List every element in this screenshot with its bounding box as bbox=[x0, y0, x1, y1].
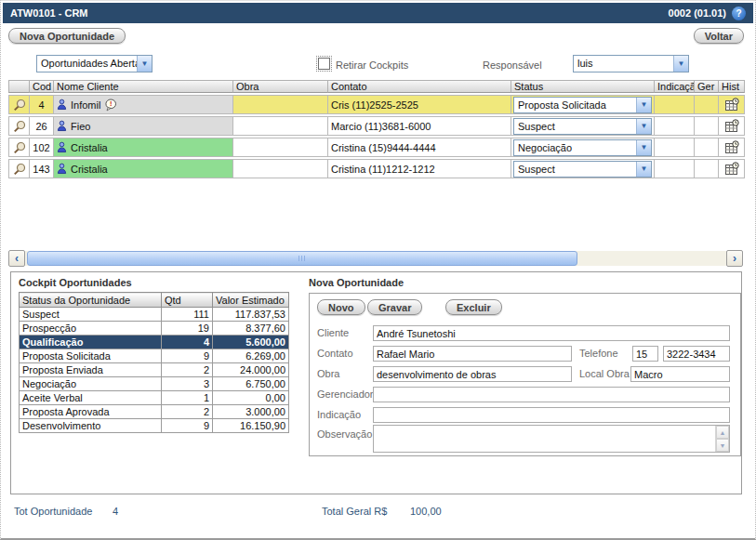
cockpit-row[interactable]: Proposta Aprovada23.000,00 bbox=[20, 405, 289, 419]
observacao-label: Observação bbox=[317, 428, 372, 440]
magnifier-icon[interactable] bbox=[12, 141, 26, 154]
excluir-button[interactable]: Excluir bbox=[445, 299, 502, 315]
scroll-left-icon[interactable]: ‹ bbox=[8, 250, 25, 267]
telefone-ddd-field[interactable] bbox=[632, 346, 658, 362]
cell-cod: 26 bbox=[30, 116, 54, 136]
table-row[interactable]: 102 Cristalia Cristina (15)9444-4444 Neg… bbox=[8, 138, 745, 157]
status-select[interactable]: Suspect ▼ bbox=[513, 161, 652, 178]
cockpit-table: Status da Oportunidade Qtd Valor Estimad… bbox=[19, 292, 289, 433]
table-row[interactable]: 143 Cristalia Cristina (11)1212-1212 Sus… bbox=[8, 159, 745, 178]
col-obra: Obra bbox=[233, 80, 328, 93]
cockpit-row[interactable]: Suspect111117.837,53 bbox=[20, 308, 289, 322]
status-value: Suspect bbox=[514, 162, 636, 177]
responsavel-value: luis bbox=[574, 56, 673, 72]
retirar-cockpits-label: Retirar Cockpits bbox=[336, 59, 408, 71]
history-icon[interactable] bbox=[722, 162, 741, 177]
magnifier-icon[interactable] bbox=[12, 99, 26, 112]
col-contato: Contato bbox=[328, 80, 511, 93]
table-row[interactable]: 4 Infomil ! Cris (11)2525-2525 Proposta … bbox=[8, 95, 745, 114]
magnifier-icon[interactable] bbox=[12, 163, 26, 176]
chevron-down-icon: ▼ bbox=[636, 162, 651, 177]
back-button[interactable]: Voltar bbox=[694, 28, 744, 44]
cell-cliente: Cristalia bbox=[71, 142, 108, 153]
cockpit-status: Proposta Enviada bbox=[20, 363, 162, 377]
history-icon[interactable] bbox=[722, 140, 741, 155]
cockpit-row[interactable]: Desenvolvimento916.150,90 bbox=[20, 419, 289, 433]
cockpit-row[interactable]: Proposta Solicitada96.269,00 bbox=[20, 349, 289, 363]
obra-field[interactable] bbox=[373, 366, 572, 382]
view-filter-select[interactable]: Oportunidades Abertas ▼ bbox=[36, 55, 153, 72]
cell-cliente: Fieo bbox=[71, 121, 90, 132]
cell-obra bbox=[233, 138, 328, 157]
telefone-numero-field[interactable] bbox=[663, 346, 730, 362]
col-nome-cliente: Nome Cliente bbox=[54, 80, 233, 93]
cell-contato: Cris (11)2525-2525 bbox=[328, 95, 511, 114]
magnifier-icon[interactable] bbox=[12, 120, 26, 133]
cell-indicacao bbox=[655, 116, 695, 136]
table-row[interactable]: 26 Fieo Marcio (11)3681-6000 Suspect ▼ bbox=[8, 116, 745, 136]
cockpit-row-selected[interactable]: Qualificação45.600,00 bbox=[20, 336, 289, 349]
indicacao-field[interactable] bbox=[373, 407, 730, 423]
gravar-button[interactable]: Gravar bbox=[367, 299, 422, 315]
observacao-field[interactable]: ▲ ▼ bbox=[373, 425, 730, 453]
novo-button[interactable]: Novo bbox=[317, 299, 365, 315]
cockpit-row[interactable]: Aceite Verbal10,00 bbox=[20, 391, 289, 405]
scroll-right-icon[interactable]: › bbox=[726, 250, 743, 267]
local-obra-field[interactable] bbox=[630, 366, 730, 382]
cockpit-qtd: 4 bbox=[162, 336, 213, 349]
chevron-down-icon: ▼ bbox=[673, 56, 688, 72]
new-opportunity-button[interactable]: Nova Oportunidade bbox=[8, 28, 126, 44]
tot-oportunidade-value: 4 bbox=[113, 506, 118, 517]
cell-contato: Cristina (15)9444-4444 bbox=[328, 138, 511, 157]
svg-text:!: ! bbox=[110, 99, 113, 108]
col-ger: Ger bbox=[695, 80, 719, 93]
alert-balloon-icon: ! bbox=[104, 99, 117, 112]
indicacao-label: Indicação bbox=[317, 409, 361, 420]
cockpit-status: Negociação bbox=[20, 377, 162, 391]
cockpit-qtd: 2 bbox=[162, 405, 213, 419]
status-select[interactable]: Suspect ▼ bbox=[513, 118, 652, 135]
status-value: Suspect bbox=[514, 119, 636, 134]
chevron-down-icon: ▼ bbox=[636, 140, 651, 155]
cell-indicacao bbox=[655, 138, 695, 157]
col-hist: Hist bbox=[719, 80, 745, 93]
responsavel-select[interactable]: luis ▼ bbox=[573, 55, 689, 72]
cockpit-row[interactable]: Proposta Enviada224.000,00 bbox=[20, 363, 289, 377]
cell-cod: 143 bbox=[30, 159, 54, 178]
cell-indicacao bbox=[655, 95, 695, 114]
cliente-field[interactable] bbox=[373, 325, 730, 341]
scroll-up-icon[interactable]: ▲ bbox=[716, 426, 729, 439]
telefone-label: Telefone bbox=[579, 348, 618, 359]
history-icon[interactable] bbox=[722, 98, 741, 112]
gerenciador-field[interactable] bbox=[373, 387, 730, 402]
cockpit-qtd: 111 bbox=[162, 308, 213, 322]
cockpit-row[interactable]: Negociação36.750,00 bbox=[20, 377, 289, 391]
cockpit-qtd: 3 bbox=[162, 377, 213, 391]
crm-window: ATW0101 - CRM 0002 (01.01) ? Nova Oportu… bbox=[0, 0, 756, 540]
cockpit-row[interactable]: Prospecção198.377,60 bbox=[20, 322, 289, 336]
history-icon[interactable] bbox=[722, 119, 741, 134]
cell-ger bbox=[695, 138, 719, 157]
chevron-down-icon: ▼ bbox=[137, 56, 152, 72]
scrollbar-thumb[interactable] bbox=[27, 251, 577, 266]
horizontal-scrollbar: ‹ › bbox=[8, 250, 743, 267]
help-icon[interactable]: ? bbox=[732, 7, 746, 20]
cell-indicacao bbox=[655, 159, 695, 178]
retirar-cockpits-checkbox[interactable] bbox=[318, 58, 330, 70]
cockpit-qtd: 9 bbox=[162, 419, 213, 433]
status-select[interactable]: Negociação ▼ bbox=[513, 139, 652, 156]
cockpit-valor: 3.000,00 bbox=[213, 405, 289, 419]
scroll-down-icon[interactable]: ▼ bbox=[716, 439, 729, 452]
cockpit-valor: 24.000,00 bbox=[213, 363, 289, 377]
client-person-icon bbox=[57, 163, 67, 175]
textarea-scrollbar: ▲ ▼ bbox=[715, 426, 729, 452]
client-person-icon bbox=[57, 141, 67, 153]
status-value: Proposta Solicitada bbox=[514, 98, 636, 112]
contato-field[interactable] bbox=[373, 346, 572, 362]
cockpit-qtd: 2 bbox=[162, 363, 213, 377]
cockpit-title: Cockpit Oportunidades bbox=[19, 277, 132, 288]
scrollbar-track[interactable] bbox=[25, 251, 726, 266]
status-select[interactable]: Proposta Solicitada ▼ bbox=[513, 97, 652, 113]
cockpit-valor: 16.150,90 bbox=[213, 419, 289, 433]
cockpit-status: Desenvolvimento bbox=[20, 419, 162, 433]
